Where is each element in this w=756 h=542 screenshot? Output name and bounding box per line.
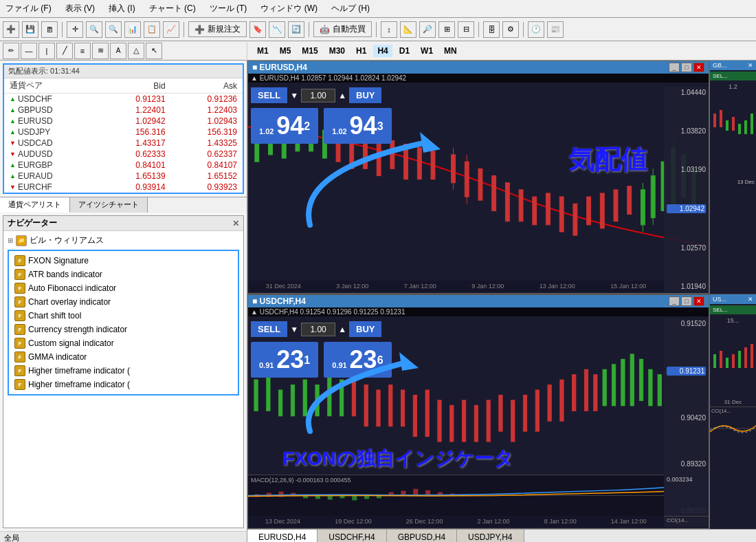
- tf-m30[interactable]: M30: [325, 45, 349, 57]
- magnify-btn[interactable]: 🔎: [419, 21, 436, 38]
- nav-item-bill-williams[interactable]: ⊞ 📁 ビル・ウィリアムス: [6, 234, 241, 247]
- tab-ichimoku[interactable]: アイツシチャート: [70, 197, 148, 213]
- indicator-item-1[interactable]: F Auto Fibonacci indicator: [12, 281, 235, 295]
- nav-bottom[interactable]: 全局: [0, 531, 247, 542]
- config-btn[interactable]: ⚙: [502, 21, 519, 38]
- bookmark-btn[interactable]: 🔖: [249, 21, 266, 38]
- pen-tool-btn[interactable]: ✏: [3, 43, 19, 59]
- usdchf-restore-btn[interactable]: □: [681, 296, 692, 306]
- menu-insert[interactable]: 挿入 (I): [106, 1, 138, 16]
- menu-view[interactable]: 表示 (V): [63, 1, 98, 16]
- zoom2-btn[interactable]: ⊞: [438, 21, 455, 38]
- usdchf-close-btn[interactable]: ✕: [693, 296, 704, 306]
- menu-file[interactable]: ファイル (F): [3, 1, 54, 16]
- indicator-item-3[interactable]: F Chart shift tool: [12, 309, 235, 323]
- tf-h1[interactable]: H1: [352, 45, 370, 57]
- arrows-btn[interactable]: ↕: [381, 21, 397, 38]
- ask-cell: 1.22403: [171, 105, 243, 116]
- market-watch-row[interactable]: ▲ USDJPY 156.316 156.319: [4, 127, 243, 138]
- market-watch-row[interactable]: ▼ USDCAD 1.43317 1.43325: [4, 138, 243, 149]
- mini-us-sell[interactable]: SEL...: [710, 305, 756, 314]
- trendline-btn[interactable]: ╱: [56, 43, 73, 59]
- zoom-out-btn[interactable]: 🔍: [105, 21, 122, 38]
- period-btn[interactable]: 📊: [124, 21, 141, 38]
- usdchf-price-2: 0.90420: [667, 414, 706, 422]
- indicator-item-6[interactable]: F GMMA indicator: [12, 350, 235, 364]
- text-btn[interactable]: A: [110, 43, 126, 59]
- tf-m5[interactable]: M5: [276, 45, 296, 57]
- mini-us-close[interactable]: ✕: [748, 296, 753, 303]
- indicator-item-0[interactable]: F ATR bands indicator: [12, 268, 235, 281]
- eurusd-sell-button[interactable]: SELL: [251, 87, 287, 103]
- template-btn[interactable]: 📋: [144, 21, 160, 38]
- arrange-btn[interactable]: 🗄: [483, 21, 500, 38]
- eurusd-restore-btn[interactable]: □: [681, 63, 692, 72]
- eurusd-buy-button[interactable]: BUY: [349, 87, 381, 103]
- indicator-item-7[interactable]: F Higher timeframe indicator (: [12, 364, 235, 378]
- line-btn[interactable]: 📐: [400, 21, 416, 38]
- tab-currency-list[interactable]: 通貨ペアリスト: [0, 197, 70, 213]
- tab-gbpusd-h4[interactable]: GBPUSD,H4: [387, 530, 457, 542]
- market-watch-row[interactable]: ▼ AUDUSD 0.62333 0.62337: [4, 149, 243, 160]
- indicator-btn[interactable]: 📈: [163, 21, 179, 38]
- menu-tools[interactable]: ツール (T): [207, 1, 250, 16]
- usdchf-buy-arrow: ▲: [338, 325, 346, 334]
- mini-gb-close[interactable]: ✕: [748, 62, 753, 69]
- usdchf-buy-button[interactable]: BUY: [349, 321, 381, 337]
- save2-btn[interactable]: 🖹: [41, 21, 58, 38]
- shape-btn[interactable]: △: [128, 43, 144, 59]
- new-chart-btn[interactable]: ➕: [3, 21, 19, 38]
- tf-w1[interactable]: W1: [416, 45, 437, 57]
- menu-window[interactable]: ウィンドウ (W): [258, 1, 320, 16]
- menu-help[interactable]: ヘルプ (H): [329, 1, 373, 16]
- market-watch-row[interactable]: ▼ EURCHF 0.93914 0.93923: [4, 182, 243, 193]
- eurusd-buy-super: 3: [377, 120, 383, 132]
- channel-btn[interactable]: ≡: [74, 43, 91, 59]
- usdchf-minimize-btn[interactable]: _: [669, 296, 680, 306]
- refresh-btn[interactable]: 🔄: [288, 21, 304, 38]
- tf-mn[interactable]: MN: [440, 45, 461, 57]
- clock-btn[interactable]: 🕐: [528, 21, 544, 38]
- bid-cell: 1.43317: [99, 138, 170, 149]
- auto-trade-button[interactable]: 🤖 自動売買: [313, 21, 372, 37]
- save-btn[interactable]: 💾: [22, 21, 38, 38]
- mini-gb-sell[interactable]: SEL...: [710, 72, 756, 80]
- svg-rect-15: [573, 204, 577, 235]
- navigator-close-btn[interactable]: ✕: [232, 219, 239, 228]
- cursor-btn[interactable]: ↖: [146, 43, 162, 59]
- indicator-item-5[interactable]: F Custom signal indicator: [12, 336, 235, 350]
- menu-chart[interactable]: チャート (C): [146, 1, 199, 16]
- indicator-header-item[interactable]: F FXON Signature: [12, 254, 235, 268]
- crosshair-btn[interactable]: ✛: [67, 21, 83, 38]
- eurusd-close-btn[interactable]: ✕: [693, 63, 704, 72]
- new-order-button[interactable]: ➕ 新規注文: [188, 21, 247, 37]
- indicator-item-4[interactable]: F Currency strength indicator: [12, 323, 235, 336]
- tf-m1[interactable]: M1: [253, 45, 273, 57]
- split-btn[interactable]: ⊟: [458, 21, 474, 38]
- indicator-item-8[interactable]: F Higher timeframe indicator (: [12, 378, 235, 391]
- eurusd-qty-input[interactable]: [301, 89, 335, 102]
- tf-h4[interactable]: H4: [373, 45, 392, 57]
- eurusd-minimize-btn[interactable]: _: [669, 63, 680, 72]
- fib-btn[interactable]: ≋: [92, 43, 109, 59]
- usdchf-qty-input[interactable]: [301, 323, 335, 336]
- market-watch-row[interactable]: ▲ EURAUD 1.65139 1.65152: [4, 171, 243, 182]
- zoom-in-btn[interactable]: 🔍: [86, 21, 102, 38]
- indicator-item-2[interactable]: F Chart overlay indicator: [12, 295, 235, 309]
- eurusd-sell-main: 94: [276, 111, 304, 140]
- market-watch-row[interactable]: ▲ GBPUSD 1.22401 1.22403: [4, 105, 243, 116]
- tf-m15[interactable]: M15: [298, 45, 322, 57]
- market-watch-row[interactable]: ▲ USDCHF 0.91231 0.91236: [4, 94, 243, 105]
- market-watch-row[interactable]: ▲ EURUSD 1.02942 1.02943: [4, 116, 243, 127]
- vline-btn[interactable]: |: [38, 43, 55, 59]
- market-watch-row[interactable]: ▲ EURGBP 0.84101 0.84107: [4, 160, 243, 171]
- tf-d1[interactable]: D1: [395, 45, 414, 57]
- tab-usdjpy-h4[interactable]: USDJPY,H4: [457, 530, 524, 542]
- tab-usdchf-h4[interactable]: USDCHF,H4: [318, 530, 386, 542]
- hline-btn[interactable]: —: [21, 43, 37, 59]
- chart-type-btn[interactable]: 📉: [269, 21, 285, 38]
- news-btn[interactable]: 📰: [547, 21, 564, 38]
- svg-rect-40: [713, 113, 716, 127]
- tab-eurusd-h4[interactable]: EURUSD,H4: [247, 530, 318, 542]
- usdchf-sell-button[interactable]: SELL: [251, 321, 287, 337]
